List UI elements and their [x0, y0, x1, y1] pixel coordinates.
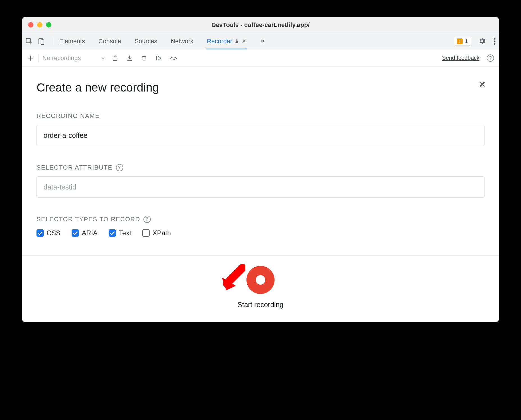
checkbox-icon [109, 229, 116, 237]
export-icon[interactable] [112, 55, 118, 61]
checkbox-text[interactable]: Text [109, 229, 131, 237]
start-recording-label: Start recording [22, 301, 499, 309]
devtools-window: DevTools - coffee-cart.netlify.app/ Elem… [22, 17, 499, 322]
page-title: Create a new recording [36, 81, 485, 94]
devtools-tabbar: Elements Console Sources Network Recorde… [22, 33, 499, 49]
window-title: DevTools - coffee-cart.netlify.app/ [22, 21, 499, 29]
checkbox-icon [142, 229, 150, 237]
recording-name-label: RECORDING NAME [36, 112, 485, 120]
svg-point-7 [173, 59, 175, 60]
checkbox-xpath[interactable]: XPath [142, 229, 171, 237]
minimize-window-button[interactable] [37, 22, 42, 28]
close-icon[interactable] [478, 80, 486, 88]
send-feedback-link[interactable]: Send feedback [442, 55, 479, 61]
svg-point-6 [176, 58, 177, 59]
tab-recorder[interactable]: Recorder [206, 33, 247, 49]
recording-name-input[interactable] [36, 125, 485, 146]
help-icon[interactable]: ? [116, 164, 123, 171]
selector-attribute-label: SELECTOR ATTRIBUTE ? [36, 164, 485, 171]
device-toggle-icon[interactable] [38, 38, 45, 45]
warning-icon: ! [457, 38, 463, 44]
selector-attribute-input[interactable] [36, 176, 485, 198]
more-tabs-icon[interactable] [259, 38, 265, 44]
titlebar: DevTools - coffee-cart.netlify.app/ [22, 17, 499, 33]
close-tab-icon[interactable] [242, 39, 246, 44]
import-icon[interactable] [126, 55, 133, 61]
tab-elements[interactable]: Elements [59, 33, 86, 49]
step-over-icon[interactable] [170, 55, 178, 61]
maximize-window-button[interactable] [46, 22, 51, 28]
recorder-toolbar: No recordings Send feedback ? [22, 49, 499, 67]
checkbox-icon [36, 229, 44, 237]
play-icon[interactable] [155, 55, 162, 61]
footer: Start recording [22, 255, 499, 322]
add-recording-icon[interactable] [27, 54, 34, 62]
selector-types-group: CSS ARIA Text XPath [36, 229, 485, 237]
kebab-menu-icon[interactable] [493, 37, 496, 45]
chevron-down-icon [100, 56, 106, 61]
close-window-button[interactable] [28, 22, 33, 28]
help-icon[interactable]: ? [143, 216, 151, 223]
checkbox-css[interactable]: CSS [36, 229, 60, 237]
flask-icon [234, 39, 239, 44]
issues-count: 1 [465, 38, 468, 44]
checkbox-aria[interactable]: ARIA [72, 229, 97, 237]
issues-badge[interactable]: ! 1 [454, 37, 471, 45]
svg-point-4 [494, 40, 495, 42]
settings-icon[interactable] [478, 37, 486, 45]
checkbox-icon [72, 229, 79, 237]
start-recording-button[interactable] [246, 266, 275, 294]
window-controls [22, 22, 51, 28]
svg-point-3 [494, 38, 495, 39]
svg-point-5 [494, 43, 495, 45]
delete-icon[interactable] [141, 55, 147, 61]
tab-network[interactable]: Network [170, 33, 194, 49]
help-icon[interactable]: ? [487, 54, 494, 62]
selector-types-label: SELECTOR TYPES TO RECORD ? [36, 216, 485, 223]
recordings-dropdown-label: No recordings [42, 54, 81, 62]
svg-rect-2 [41, 40, 44, 44]
tab-sources[interactable]: Sources [134, 33, 158, 49]
inspect-icon[interactable] [25, 38, 33, 45]
recordings-dropdown[interactable]: No recordings [42, 54, 106, 62]
tab-console[interactable]: Console [98, 33, 122, 49]
